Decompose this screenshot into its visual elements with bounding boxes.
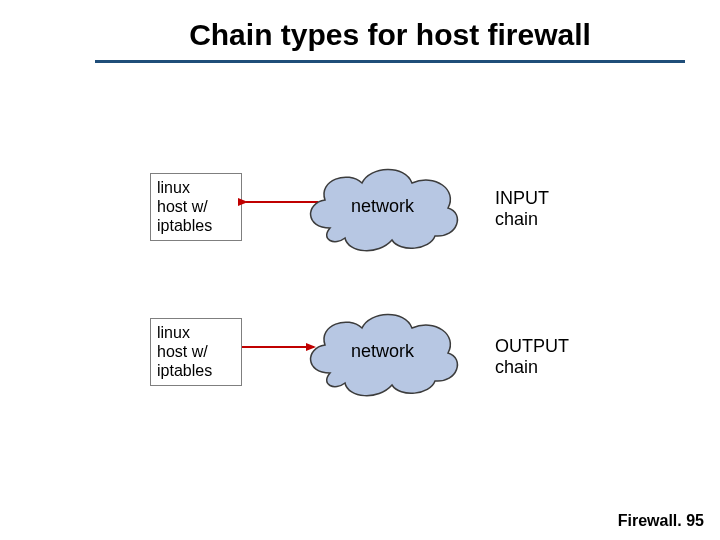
cloud-1: network <box>300 158 465 258</box>
footer-page-number: 95 <box>686 512 704 529</box>
title-bar: Chain types for host firewall <box>0 0 720 52</box>
cloud-2: network <box>300 303 465 403</box>
host-box-2-label: linux host w/ iptables <box>157 324 212 379</box>
host-box-1-label: linux host w/ iptables <box>157 179 212 234</box>
chain-label-input-text: INPUT chain <box>495 188 549 229</box>
cloud-1-label: network <box>300 196 465 217</box>
footer-prefix: Firewall. <box>618 512 686 529</box>
diagram-canvas: linux host w/ iptables network INPUT cha… <box>0 63 720 503</box>
host-box-2: linux host w/ iptables <box>150 318 242 386</box>
chain-label-input: INPUT chain <box>495 188 549 230</box>
slide-title: Chain types for host firewall <box>100 18 680 52</box>
chain-label-output-text: OUTPUT chain <box>495 336 569 377</box>
host-box-1: linux host w/ iptables <box>150 173 242 241</box>
chain-label-output: OUTPUT chain <box>495 336 569 378</box>
slide-footer: Firewall. 95 <box>618 512 704 530</box>
cloud-2-label: network <box>300 341 465 362</box>
